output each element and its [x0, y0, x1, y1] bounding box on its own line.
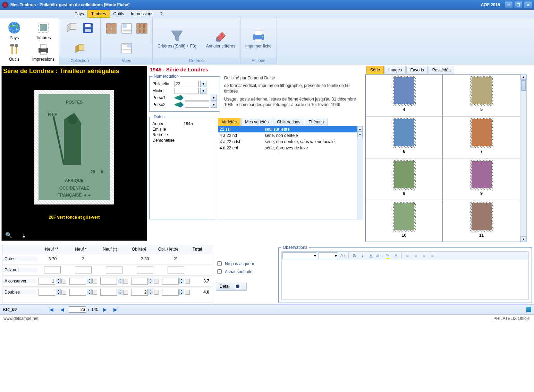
- quote-spin-input[interactable]: [100, 289, 117, 296]
- spinner[interactable]: ▲▼: [179, 289, 184, 295]
- menu-outils[interactable]: Outils: [110, 10, 128, 17]
- spinner[interactable]: ▲▼: [87, 289, 92, 295]
- font-color-button[interactable]: A: [392, 252, 399, 259]
- spinner[interactable]: ▲▼: [56, 289, 61, 295]
- rtab-possedes[interactable]: Possédés: [429, 66, 455, 74]
- nav-current-input[interactable]: [69, 306, 86, 313]
- num-philatelix-dd[interactable]: ▼: [200, 81, 206, 87]
- thumbnail[interactable]: 11: [443, 200, 520, 242]
- observations-editor[interactable]: [281, 260, 529, 300]
- scroll-up-icon[interactable]: ▲: [357, 126, 363, 132]
- spinner[interactable]: ▲▼: [118, 278, 122, 284]
- font-grow-icon[interactable]: A↑: [339, 252, 346, 259]
- nav-next[interactable]: ▶: [100, 306, 109, 313]
- exit-icon[interactable]: [526, 307, 531, 312]
- tool-timbres[interactable]: Timbres: [31, 20, 56, 41]
- align-left-button[interactable]: ≡: [404, 252, 411, 259]
- thumbnail[interactable]: 7: [443, 116, 520, 158]
- thumbnail[interactable]: 6: [365, 116, 443, 158]
- spinner[interactable]: ▲▼: [56, 278, 61, 284]
- nav-last[interactable]: ▶|: [111, 306, 120, 313]
- spinner[interactable]: ▲▼: [87, 278, 92, 284]
- scroll-down-icon[interactable]: ▼: [520, 236, 526, 242]
- rtab-favoris[interactable]: Favoris: [406, 66, 427, 74]
- align-justify-button[interactable]: ≡: [429, 252, 436, 259]
- thumbnail[interactable]: 5: [443, 74, 520, 116]
- num-perso2-input[interactable]: [185, 102, 209, 108]
- quote-spin-input[interactable]: [131, 278, 148, 285]
- menu-pays[interactable]: Pays: [71, 10, 87, 17]
- cell-action-icon[interactable]: [154, 279, 159, 284]
- cell-action-icon[interactable]: [123, 290, 128, 295]
- quote-input[interactable]: [137, 267, 153, 273]
- zoom-page[interactable]: 1: [23, 233, 25, 238]
- thumbnail[interactable]: 4: [365, 74, 443, 116]
- nav-first[interactable]: |◀: [46, 306, 56, 313]
- num-michel-input[interactable]: [175, 88, 199, 94]
- quote-spin-input[interactable]: [100, 278, 117, 285]
- align-center-button[interactable]: ≡: [412, 252, 419, 259]
- collection-open[interactable]: [65, 21, 78, 35]
- cell-action-icon[interactable]: [92, 279, 97, 284]
- detail-button[interactable]: Détail: [216, 282, 247, 291]
- cell-action-icon[interactable]: [92, 290, 97, 295]
- collection-book[interactable]: [73, 42, 86, 55]
- nav-prev[interactable]: ◀: [58, 306, 67, 313]
- quote-input[interactable]: [75, 267, 92, 273]
- cell-action-icon[interactable]: [123, 279, 128, 284]
- chk-nepasacquerir[interactable]: Ne pas acquérir: [216, 260, 275, 267]
- italic-button[interactable]: I: [359, 252, 366, 259]
- grid-scrollbar[interactable]: ▲ ▼: [520, 74, 526, 242]
- spinner[interactable]: ▲▼: [179, 278, 184, 284]
- maximize-button[interactable]: ❐: [515, 1, 522, 8]
- quote-spin-input[interactable]: [39, 289, 55, 296]
- quote-spin-input[interactable]: [162, 278, 179, 285]
- quote-spin-input[interactable]: [69, 289, 86, 296]
- rtab-images[interactable]: Images: [384, 66, 406, 74]
- tab-obliterations[interactable]: Oblitérations: [273, 118, 304, 126]
- quote-spin-input[interactable]: [131, 289, 148, 296]
- cell-action-icon[interactable]: [154, 290, 159, 295]
- view-layout-b[interactable]: [120, 42, 133, 55]
- quote-spin-input[interactable]: [39, 278, 55, 285]
- cell-action-icon[interactable]: [185, 290, 190, 295]
- print-sheet-button[interactable]: Imprimer fiche: [244, 27, 273, 50]
- quote-input[interactable]: [44, 267, 61, 273]
- stamp-image[interactable]: POSTES R✝F 20 fr AFRIQUE OCCIDENTALE FRA…: [34, 90, 114, 204]
- quote-input[interactable]: [168, 267, 184, 273]
- menu-impressions[interactable]: Impressions: [127, 10, 157, 17]
- view-grid4[interactable]: [105, 22, 118, 35]
- close-button[interactable]: ✕: [524, 1, 532, 8]
- tool-pays[interactable]: Pays: [1, 20, 27, 41]
- cancel-criteria-button[interactable]: Annuler critères: [205, 27, 237, 50]
- scroll-up-icon[interactable]: ▲: [520, 74, 526, 80]
- view-layout-a[interactable]: [120, 22, 133, 35]
- spinner[interactable]: ▲▼: [118, 289, 122, 295]
- num-philatelix-input[interactable]: [175, 81, 199, 87]
- view-grid6[interactable]: [135, 22, 149, 35]
- rtab-serie[interactable]: Série: [366, 66, 384, 74]
- spinner[interactable]: ▲▼: [149, 289, 153, 295]
- menu-help[interactable]: ?: [157, 10, 166, 17]
- quote-spin-input[interactable]: [162, 289, 179, 296]
- collection-save[interactable]: [81, 21, 94, 35]
- variant-list[interactable]: 22 sslseul sur lettre 4 à 22 ndsérie, no…: [218, 126, 363, 219]
- bold-button[interactable]: G: [351, 252, 358, 259]
- num-perso1-input[interactable]: [185, 95, 209, 101]
- tab-mesvarietes[interactable]: Mes variétés: [241, 118, 272, 126]
- font-family-select[interactable]: ▾: [282, 252, 317, 259]
- tab-themes[interactable]: Thèmes: [305, 118, 328, 126]
- thumbnail[interactable]: 8: [365, 158, 443, 200]
- quote-spin-input[interactable]: [69, 278, 86, 285]
- scroll-down-icon[interactable]: ▼: [357, 132, 363, 137]
- font-size-select[interactable]: ▾: [319, 252, 338, 259]
- spinner[interactable]: ▲▼: [149, 278, 153, 284]
- menu-timbres[interactable]: Timbres: [87, 10, 110, 18]
- scroll-thumb[interactable]: [521, 80, 526, 91]
- quote-input[interactable]: [106, 267, 122, 273]
- cell-action-icon[interactable]: [61, 279, 66, 284]
- thumbnail[interactable]: 9: [443, 158, 520, 200]
- highlight-button[interactable]: ✎: [384, 252, 391, 259]
- strike-button[interactable]: abc: [376, 252, 383, 259]
- underline-button[interactable]: S: [367, 252, 374, 259]
